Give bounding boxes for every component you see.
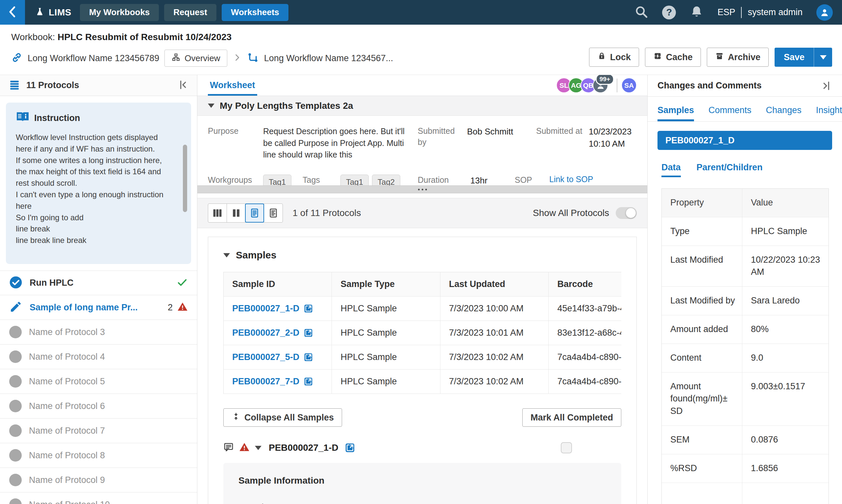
workgroup-tag-chip[interactable]: Tag1 bbox=[263, 175, 291, 186]
column-header-barcode[interactable]: Barcode bbox=[549, 272, 621, 296]
panel-tabs: SamplesCommentsChangesInsights bbox=[648, 97, 842, 122]
template-details: Purpose Request Description goes here. B… bbox=[197, 116, 647, 185]
workbook-header: Workbook: HPLC Resubmit of Resubmit 10/2… bbox=[0, 25, 842, 75]
mark-all-completed-button[interactable]: Mark All Completed bbox=[522, 408, 621, 427]
column-header-sample-type[interactable]: Sample Type bbox=[332, 272, 440, 296]
sample-completed-checkbox[interactable] bbox=[561, 442, 572, 453]
view-document-list-icon[interactable] bbox=[264, 203, 283, 222]
tab-worksheet[interactable]: Worksheet bbox=[208, 75, 257, 96]
sop-link[interactable]: Link to SOP bbox=[549, 175, 637, 184]
protocol-item-run-hplc[interactable]: Run HPLC bbox=[0, 271, 197, 295]
protocols-sidebar: 11 Protocols Instruction Workflow level … bbox=[0, 75, 197, 504]
overview-button[interactable]: Overview bbox=[164, 50, 227, 67]
protocol-item-name-of-protocol-9[interactable]: Name of Protocol 9 bbox=[0, 468, 197, 492]
panel-tab-samples[interactable]: Samples bbox=[658, 105, 694, 121]
view-two-columns-icon[interactable] bbox=[227, 203, 246, 222]
protocol-label: Name of Protocol 8 bbox=[29, 450, 105, 461]
overview-button-label: Overview bbox=[184, 53, 220, 64]
panel-tab-changes[interactable]: Changes bbox=[766, 105, 802, 121]
help-icon[interactable]: ? bbox=[662, 5, 676, 19]
subtab-parent-children[interactable]: Parent/Children bbox=[697, 162, 763, 177]
bell-icon[interactable] bbox=[690, 5, 703, 20]
sample-row: PEB000027_1-D HPLC Sample 7/3/2023 10:00… bbox=[223, 296, 622, 321]
body: 11 Protocols Instruction Workflow level … bbox=[0, 75, 842, 504]
protocol-item-name-of-protocol-6[interactable]: Name of Protocol 6 bbox=[0, 394, 197, 418]
protocol-item-name-of-protocol-3[interactable]: Name of Protocol 3 bbox=[0, 320, 197, 345]
external-link-icon[interactable] bbox=[299, 303, 313, 313]
template-section-header[interactable]: My Poly Lengths Templates 2a bbox=[197, 96, 647, 116]
tag-chip[interactable]: Tag1 bbox=[340, 175, 369, 186]
archive-button[interactable]: Archive bbox=[707, 48, 769, 67]
collapse-panel-icon[interactable] bbox=[821, 80, 832, 91]
samples-section-header[interactable]: Samples bbox=[223, 250, 621, 261]
info-field-label: Custom Property 2 bbox=[528, 502, 606, 504]
external-link-icon[interactable] bbox=[299, 352, 313, 362]
protocol-item-sample-of-long-name-pr[interactable]: Sample of long name Pr... 2 bbox=[0, 295, 197, 320]
tag-chip[interactable]: Tag2 bbox=[372, 175, 400, 186]
lock-button[interactable]: Lock bbox=[589, 48, 639, 67]
panel-tab-insights[interactable]: Insights bbox=[816, 105, 842, 121]
property-value: HPLC Sample bbox=[742, 217, 828, 246]
topnav-tab-request[interactable]: Request bbox=[164, 4, 216, 21]
instruction-scrollbar[interactable] bbox=[183, 145, 187, 212]
topnav-tab-worksheets[interactable]: Worksheets bbox=[222, 4, 288, 21]
collapse-all-samples-button[interactable]: Collapse All Samples bbox=[223, 408, 342, 427]
last-updated-cell: 7/3/2023 10:02 AM bbox=[440, 370, 548, 394]
expanded-sample-id[interactable]: PEB000027_1-D bbox=[269, 443, 338, 453]
sample-id-link[interactable]: PEB000027_1-D bbox=[232, 303, 299, 313]
protocol-item-name-of-protocol-5[interactable]: Name of Protocol 5 bbox=[0, 369, 197, 394]
protocols-sidebar-header: 11 Protocols bbox=[0, 75, 197, 96]
protocol-item-name-of-protocol-7[interactable]: Name of Protocol 7 bbox=[0, 418, 197, 443]
search-icon[interactable] bbox=[634, 5, 648, 20]
property-row-type: Type HPLC Sample bbox=[662, 217, 828, 246]
spacer bbox=[662, 483, 742, 504]
comment-note-icon[interactable] bbox=[223, 442, 234, 454]
divider bbox=[617, 78, 617, 92]
property-row-last-modified: Last Modified 10/22/2023 10:23 AM bbox=[662, 246, 828, 287]
sample-type-cell: HPLC Sample bbox=[332, 321, 440, 345]
external-link-icon[interactable] bbox=[299, 376, 313, 386]
panel-tab-comments[interactable]: Comments bbox=[709, 105, 752, 121]
protocol-item-name-of-protocol-8[interactable]: Name of Protocol 8 bbox=[0, 443, 197, 468]
sample-id-link[interactable]: PEB000027_2-D bbox=[232, 328, 299, 338]
save-button[interactable]: Save bbox=[774, 48, 814, 67]
link-icon bbox=[11, 52, 22, 65]
workgroups-label: Workgroups bbox=[208, 175, 263, 186]
view-single-document-icon[interactable] bbox=[245, 203, 264, 222]
protocol-item-name-of-protocol-10[interactable]: Name of Protocol 10 bbox=[0, 492, 197, 504]
collapse-sidebar-icon[interactable] bbox=[177, 79, 189, 92]
avatar-overflow[interactable]: 99+ bbox=[593, 77, 608, 93]
topnav-tab-my-workbooks[interactable]: My Workbooks bbox=[80, 4, 159, 21]
user-avatar[interactable] bbox=[816, 4, 833, 21]
archive-icon bbox=[715, 52, 724, 63]
show-all-protocols-toggle[interactable] bbox=[616, 207, 637, 219]
sample-id-link[interactable]: PEB000027_7-D bbox=[232, 376, 299, 386]
protocol-item-name-of-protocol-4[interactable]: Name of Protocol 4 bbox=[0, 345, 197, 369]
breadcrumb-workflow-link[interactable]: Long Workflow Name 123456789 bbox=[28, 53, 159, 64]
protocol-content: Samples Sample IDSample TypeLast Updated… bbox=[197, 228, 647, 504]
circle-icon bbox=[9, 499, 22, 504]
sample-id-link[interactable]: PEB000027_5-D bbox=[232, 352, 299, 362]
completed-check-icon bbox=[177, 277, 188, 289]
cache-button[interactable]: Cache bbox=[645, 48, 701, 67]
external-link-icon[interactable] bbox=[345, 443, 355, 453]
list-icon bbox=[8, 79, 20, 92]
column-header-sample-id[interactable]: Sample ID bbox=[223, 272, 332, 296]
splitter-handle-dot bbox=[418, 189, 420, 190]
sample-id-cell: PEB000027_7-D bbox=[223, 370, 332, 394]
back-button[interactable] bbox=[0, 0, 25, 25]
property-name: Amount added bbox=[662, 315, 742, 344]
avatar-sa[interactable]: SA bbox=[621, 77, 637, 93]
warning-icon bbox=[239, 442, 250, 454]
collapse-caret-icon[interactable] bbox=[255, 446, 262, 450]
divider bbox=[741, 7, 742, 18]
subtab-data[interactable]: Data bbox=[661, 162, 681, 177]
property-value: 9.003±0.1517 bbox=[742, 373, 828, 426]
selected-sample-pill[interactable]: PEB000027_1_D bbox=[658, 131, 832, 150]
column-header-last-updated[interactable]: Last Updated bbox=[440, 272, 548, 296]
splitter-handle-dot bbox=[422, 189, 423, 190]
save-dropdown-button[interactable] bbox=[814, 48, 832, 67]
horizontal-splitter[interactable] bbox=[197, 185, 647, 193]
external-link-icon[interactable] bbox=[299, 328, 313, 338]
view-columns-icon[interactable] bbox=[208, 203, 227, 222]
